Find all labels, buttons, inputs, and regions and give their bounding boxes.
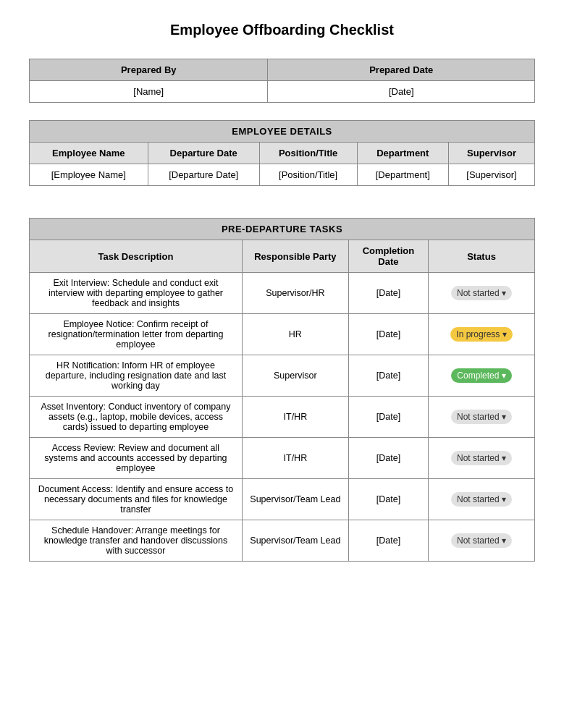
prepared-date-header: Prepared Date (268, 59, 535, 81)
emp-col-header: Position/Title (259, 143, 357, 164)
task-status[interactable]: Not started ▾ (429, 438, 535, 479)
table-row: Asset Inventory: Conduct inventory of co… (30, 397, 535, 438)
employee-details-header: EMPLOYEE DETAILS (30, 121, 535, 143)
task-party: IT/HR (242, 397, 348, 438)
prepared-by-value: [Name] (30, 81, 268, 103)
task-status[interactable]: Not started ▾ (429, 479, 535, 520)
table-row: Access Review: Review and document all s… (30, 438, 535, 479)
task-date: [Date] (348, 520, 428, 562)
pre-departure-header: PRE-DEPARTURE TASKS (30, 219, 535, 240)
task-description: Asset Inventory: Conduct inventory of co… (30, 397, 243, 438)
task-party: Supervisor (242, 355, 348, 397)
task-date: [Date] (348, 314, 428, 355)
task-date: [Date] (348, 273, 428, 314)
task-party: Supervisor/Team Lead (242, 479, 348, 520)
prepared-table: Prepared By Prepared Date [Name] [Date] (29, 59, 535, 103)
prepared-by-header: Prepared By (30, 59, 268, 81)
task-description: HR Notification: Inform HR of employee d… (30, 355, 243, 397)
emp-col-header: Employee Name (30, 143, 148, 164)
emp-value: [Supervisor] (449, 164, 535, 186)
table-row: Document Access: Identify and ensure acc… (30, 479, 535, 520)
task-description: Schedule Handover: Arrange meetings for … (30, 520, 243, 562)
status-badge[interactable]: Not started ▾ (451, 286, 512, 300)
table-row: Schedule Handover: Arrange meetings for … (30, 520, 535, 562)
task-col-header: Responsible Party (242, 240, 348, 273)
page-title: Employee Offboarding Checklist (29, 22, 535, 38)
task-description: Employee Notice: Confirm receipt of resi… (30, 314, 243, 355)
task-party: HR (242, 314, 348, 355)
task-party: Supervisor/Team Lead (242, 520, 348, 562)
task-description: Access Review: Review and document all s… (30, 438, 243, 479)
task-status[interactable]: Not started ▾ (429, 397, 535, 438)
emp-value: [Departure Date] (148, 164, 259, 186)
emp-col-header: Department (357, 143, 449, 164)
task-col-header: Task Description (30, 240, 243, 273)
status-badge[interactable]: Completed ▾ (451, 368, 511, 383)
task-col-header: Status (429, 240, 535, 273)
task-status[interactable]: Completed ▾ (429, 355, 535, 397)
task-date: [Date] (348, 397, 428, 438)
status-badge[interactable]: Not started ▾ (451, 451, 512, 465)
task-description: Document Access: Identify and ensure acc… (30, 479, 243, 520)
task-party: IT/HR (242, 438, 348, 479)
status-badge[interactable]: In progress ▾ (450, 327, 512, 342)
status-badge[interactable]: Not started ▾ (451, 533, 512, 548)
table-row: HR Notification: Inform HR of employee d… (30, 355, 535, 397)
pre-departure-table: PRE-DEPARTURE TASKS Task DescriptionResp… (29, 218, 535, 562)
task-col-header: Completion Date (348, 240, 428, 273)
task-status[interactable]: Not started ▾ (429, 520, 535, 562)
task-status[interactable]: Not started ▾ (429, 273, 535, 314)
emp-col-header: Departure Date (148, 143, 259, 164)
employee-details-table: EMPLOYEE DETAILS Employee NameDeparture … (29, 120, 535, 186)
task-date: [Date] (348, 355, 428, 397)
emp-col-header: Supervisor (449, 143, 535, 164)
status-badge[interactable]: Not started ▾ (451, 410, 512, 424)
task-party: Supervisor/HR (242, 273, 348, 314)
task-date: [Date] (348, 438, 428, 479)
emp-value: [Employee Name] (30, 164, 148, 186)
task-status[interactable]: In progress ▾ (429, 314, 535, 355)
task-description: Exit Interview: Schedule and conduct exi… (30, 273, 243, 314)
emp-value: [Position/Title] (259, 164, 357, 186)
emp-value: [Department] (357, 164, 449, 186)
task-date: [Date] (348, 479, 428, 520)
table-row: Employee Notice: Confirm receipt of resi… (30, 314, 535, 355)
table-row: Exit Interview: Schedule and conduct exi… (30, 273, 535, 314)
prepared-date-value: [Date] (268, 81, 535, 103)
status-badge[interactable]: Not started ▾ (451, 492, 512, 507)
